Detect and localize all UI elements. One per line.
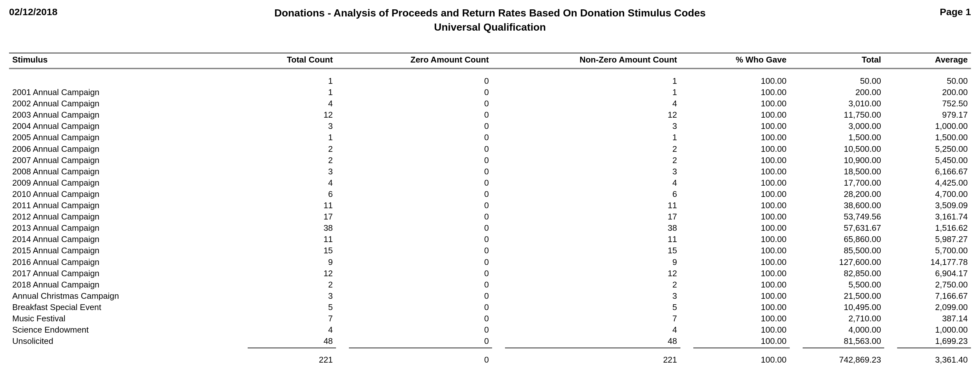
cell-total-count: 48: [248, 335, 336, 348]
cell-stimulus: 2002 Annual Campaign: [9, 98, 235, 109]
cell-avg: 5,987.27: [897, 234, 971, 245]
table-row: 2013 Annual Campaign38038100.0057,631.67…: [9, 223, 971, 234]
cell-stimulus: 2008 Annual Campaign: [9, 166, 235, 177]
cell-zero: 0: [349, 335, 492, 348]
cell-total: 65,860.00: [803, 234, 884, 245]
cell-total: 21,500.00: [803, 290, 884, 302]
cell-avg: 4,700.00: [897, 189, 971, 200]
cell-pct: 100.00: [693, 256, 790, 268]
table-row: Breakfast Special Event505100.0010,495.0…: [9, 302, 971, 313]
table-row: 2008 Annual Campaign303100.0018,500.006,…: [9, 166, 971, 177]
cell-zero: 0: [349, 290, 492, 302]
table-row: 2007 Annual Campaign202100.0010,900.005,…: [9, 155, 971, 166]
cell-total: 57,631.67: [803, 223, 884, 234]
cell-total: 38,600.00: [803, 200, 884, 211]
table-row: 2018 Annual Campaign202100.005,500.002,7…: [9, 279, 971, 290]
cell-total-count: 1: [248, 68, 336, 87]
cell-total: 82,850.00: [803, 268, 884, 279]
cell-total-count: 4: [248, 324, 336, 335]
cell-total-count: 2: [248, 143, 336, 155]
totals-zero: 0: [349, 348, 492, 366]
table-row: Science Endowment404100.004,000.001,000.…: [9, 324, 971, 335]
cell-nonzero: 2: [505, 143, 681, 155]
cell-stimulus: Science Endowment: [9, 324, 235, 335]
title-block: Donations - Analysis of Proceeds and Ret…: [106, 6, 874, 33]
table-row: 101100.0050.0050.00: [9, 68, 971, 87]
cell-pct: 100.00: [693, 109, 790, 121]
col-gap: [681, 53, 693, 68]
cell-total: 10,900.00: [803, 155, 884, 166]
cell-total: 127,600.00: [803, 256, 884, 268]
cell-stimulus: 2011 Annual Campaign: [9, 200, 235, 211]
cell-total-count: 9: [248, 256, 336, 268]
cell-zero: 0: [349, 98, 492, 109]
col-total-count: Total Count: [248, 53, 336, 68]
cell-total-count: 3: [248, 121, 336, 132]
table-row: 2012 Annual Campaign17017100.0053,749.56…: [9, 211, 971, 223]
cell-total-count: 12: [248, 109, 336, 121]
col-stimulus: Stimulus: [9, 53, 235, 68]
cell-stimulus: 2014 Annual Campaign: [9, 234, 235, 245]
cell-avg: 1,000.00: [897, 324, 971, 335]
cell-pct: 100.00: [693, 189, 790, 200]
cell-stimulus: 2005 Annual Campaign: [9, 132, 235, 143]
cell-stimulus: 2006 Annual Campaign: [9, 143, 235, 155]
cell-zero: 0: [349, 166, 492, 177]
table-row: 2015 Annual Campaign15015100.0085,500.00…: [9, 245, 971, 256]
totals-row: 221 0 221 100.00 742,869.23 3,361.40: [9, 348, 971, 366]
report-title: Donations - Analysis of Proceeds and Ret…: [106, 6, 874, 19]
cell-avg: 1,000.00: [897, 121, 971, 132]
col-gap: [235, 53, 248, 68]
cell-avg: 5,700.00: [897, 245, 971, 256]
col-gap: [492, 53, 505, 68]
cell-avg: 3,161.74: [897, 211, 971, 223]
cell-total: 53,749.56: [803, 211, 884, 223]
table-row: 2014 Annual Campaign11011100.0065,860.00…: [9, 234, 971, 245]
totals-pct: 100.00: [693, 348, 790, 366]
cell-stimulus: Annual Christmas Campaign: [9, 290, 235, 302]
cell-pct: 100.00: [693, 98, 790, 109]
cell-zero: 0: [349, 155, 492, 166]
cell-avg: 387.14: [897, 313, 971, 324]
cell-total: 10,500.00: [803, 143, 884, 155]
cell-total: 11,750.00: [803, 109, 884, 121]
cell-total: 200.00: [803, 87, 884, 98]
cell-pct: 100.00: [693, 211, 790, 223]
report-table: Stimulus Total Count Zero Amount Count N…: [9, 52, 971, 366]
col-non-zero-amount-count: Non-Zero Amount Count: [505, 53, 681, 68]
cell-total: 2,710.00: [803, 313, 884, 324]
cell-nonzero: 12: [505, 109, 681, 121]
cell-total-count: 7: [248, 313, 336, 324]
table-row: 2010 Annual Campaign606100.0028,200.004,…: [9, 189, 971, 200]
cell-pct: 100.00: [693, 87, 790, 98]
cell-stimulus: 2004 Annual Campaign: [9, 121, 235, 132]
cell-avg: 50.00: [897, 68, 971, 87]
col-gap: [790, 53, 803, 68]
cell-avg: 1,500.00: [897, 132, 971, 143]
cell-total-count: 6: [248, 189, 336, 200]
cell-total-count: 3: [248, 166, 336, 177]
cell-stimulus: Music Festival: [9, 313, 235, 324]
cell-avg: 200.00: [897, 87, 971, 98]
cell-total: 50.00: [803, 68, 884, 87]
cell-zero: 0: [349, 143, 492, 155]
cell-nonzero: 1: [505, 68, 681, 87]
cell-nonzero: 12: [505, 268, 681, 279]
cell-total: 1,500.00: [803, 132, 884, 143]
table-row: Music Festival707100.002,710.00387.14: [9, 313, 971, 324]
cell-nonzero: 11: [505, 234, 681, 245]
cell-total: 10,495.00: [803, 302, 884, 313]
page-number: Page 1: [874, 6, 971, 17]
cell-nonzero: 2: [505, 279, 681, 290]
table-row: 2017 Annual Campaign12012100.0082,850.00…: [9, 268, 971, 279]
cell-nonzero: 9: [505, 256, 681, 268]
table-row: 2003 Annual Campaign12012100.0011,750.00…: [9, 109, 971, 121]
cell-total-count: 12: [248, 268, 336, 279]
cell-stimulus: 2009 Annual Campaign: [9, 177, 235, 189]
report-subtitle: Universal Qualification: [106, 21, 874, 33]
cell-pct: 100.00: [693, 234, 790, 245]
cell-avg: 5,450.00: [897, 155, 971, 166]
cell-total-count: 38: [248, 223, 336, 234]
cell-nonzero: 4: [505, 98, 681, 109]
cell-avg: 14,177.78: [897, 256, 971, 268]
